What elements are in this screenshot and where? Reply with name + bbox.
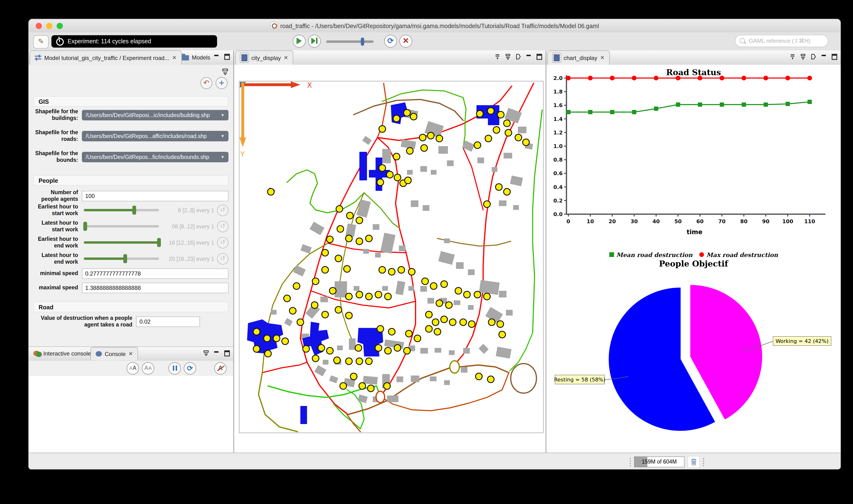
- chart-display-canvas[interactable]: Road Status 0.00.20.40.60.81.01.21.41.61…: [546, 65, 841, 453]
- view-menu-icon[interactable]: [800, 54, 806, 60]
- city-display-canvas[interactable]: XY: [234, 65, 545, 453]
- close-icon[interactable]: ✕: [128, 351, 133, 357]
- parameters-body: ↶ ＋ GIS Shapefile for the buildings: /Us…: [29, 65, 233, 453]
- decrease-font-button[interactable]: AA: [142, 362, 154, 375]
- close-icon[interactable]: ✕: [600, 55, 604, 61]
- svg-text:2.0: 2.0: [553, 75, 563, 81]
- roads-shapefile-dropdown[interactable]: /Users/ben/Dev/GitRepos...affic/includes…: [82, 131, 229, 141]
- svg-text:0.0: 0.0: [553, 211, 563, 217]
- refresh-icon: ⟳: [187, 364, 193, 372]
- pin-icon[interactable]: [515, 54, 522, 60]
- console-output[interactable]: [29, 376, 233, 453]
- chevron-down-icon: ▼: [220, 134, 225, 139]
- pin-icon[interactable]: [810, 54, 817, 60]
- display-icon: [552, 53, 561, 62]
- drag-handle[interactable]: [629, 457, 631, 467]
- pencil-icon: ✎: [38, 37, 44, 45]
- reset-icon[interactable]: ↺: [217, 221, 229, 232]
- earliest-end-slider[interactable]: [84, 241, 159, 244]
- overlay-icon[interactable]: [494, 54, 501, 60]
- param-shapefile-roads: Shapefile for the roads: /Users/ben/Dev/…: [33, 129, 229, 143]
- svg-text:100: 100: [782, 218, 793, 224]
- city-map[interactable]: XY: [239, 81, 544, 433]
- tab-chart-display[interactable]: chart_display✕: [547, 51, 610, 65]
- center-tabbar: city_display✕: [234, 51, 545, 65]
- close-icon[interactable]: ✕: [172, 55, 176, 61]
- app-window: road_traffic - /Users/ben/Dev/GitReposit…: [29, 19, 841, 469]
- view-menu-icon[interactable]: [203, 350, 210, 357]
- close-experiment-button[interactable]: ✕: [399, 35, 412, 48]
- clear-console-button[interactable]: A: [214, 362, 226, 375]
- increase-font-button[interactable]: AA: [127, 362, 139, 375]
- svg-text:70: 70: [718, 218, 726, 224]
- latest-end-slider[interactable]: [84, 258, 159, 260]
- search-placeholder: GAML reference (⇧⌘H): [749, 38, 811, 44]
- svg-text:Resting = 58 (58%): Resting = 58 (58%): [554, 377, 605, 383]
- minimize-icon[interactable]: [526, 54, 532, 60]
- earliest-start-slider[interactable]: [84, 209, 159, 212]
- people-count-input[interactable]: 100: [82, 191, 229, 201]
- svg-text:1.2: 1.2: [553, 130, 563, 136]
- close-icon[interactable]: ✕: [284, 55, 288, 61]
- people-objectif-pie-chart: Working = 42 (42%)Resting = 58 (58%): [546, 268, 840, 453]
- play-button[interactable]: [293, 35, 306, 48]
- minimize-icon[interactable]: [213, 350, 220, 357]
- param-shapefile-buildings: Shapefile for the buildings: /Users/ben/…: [33, 109, 229, 122]
- bounds-shapefile-dropdown[interactable]: /Users/ben/Dev/GitRepos...fic/includes/b…: [82, 152, 229, 162]
- destruction-value-input[interactable]: 0.02: [136, 317, 200, 327]
- stopwatch-icon: [56, 38, 64, 46]
- revert-parameters-button[interactable]: ↶: [200, 77, 212, 89]
- overlay-icon[interactable]: [789, 54, 796, 60]
- play-icon: [296, 38, 302, 44]
- svg-text:60: 60: [696, 218, 704, 224]
- parameters-panel: Model tutorial_gis_city_traffic / Experi…: [29, 51, 234, 453]
- slider-handle[interactable]: [361, 38, 364, 46]
- svg-text:90: 90: [762, 218, 769, 224]
- buildings-shapefile-dropdown[interactable]: /Users/ben/Dev/GitReposi...ic/includes/b…: [82, 110, 229, 121]
- minimize-icon[interactable]: [821, 54, 827, 60]
- refresh-console-button[interactable]: ⟳: [184, 362, 196, 375]
- reload-button[interactable]: ⟳: [384, 35, 397, 48]
- param-shapefile-bounds: Shapefile for the bounds: /Users/ben/Dev…: [33, 150, 229, 163]
- memory-gauge: 159M of 604M: [634, 456, 685, 467]
- svg-text:X: X: [307, 81, 312, 89]
- tab-models[interactable]: Models: [177, 51, 215, 65]
- reset-icon[interactable]: ↺: [217, 253, 229, 265]
- experiment-status: Experiment: 114 cycles elapsed: [51, 35, 217, 48]
- maximize-icon[interactable]: [536, 54, 543, 60]
- tab-console[interactable]: Console✕: [90, 347, 138, 360]
- view-menu-icon[interactable]: [505, 54, 511, 60]
- gaml-search-input[interactable]: GAML reference (⇧⌘H): [735, 35, 828, 47]
- reset-icon[interactable]: ↺: [217, 237, 229, 248]
- pause-console-button[interactable]: [168, 362, 181, 375]
- param-minimal-speed: minimal speed 0.2777777777777778: [33, 268, 229, 279]
- section-gis: GIS: [33, 96, 229, 107]
- edit-experiment-button[interactable]: ✎: [33, 35, 49, 49]
- trash-icon: [690, 458, 697, 465]
- maximize-icon[interactable]: [831, 54, 838, 60]
- step-button[interactable]: [308, 35, 321, 48]
- latest-start-slider[interactable]: [84, 226, 159, 228]
- minimize-icon[interactable]: [213, 54, 220, 60]
- section-road: Road: [33, 302, 229, 312]
- maximal-speed-input[interactable]: 1.3888888888888888: [82, 283, 229, 293]
- tab-interactive-console[interactable]: Interactive console: [29, 347, 96, 360]
- garbage-collect-button[interactable]: [687, 456, 700, 468]
- status-bar: 159M of 604M: [29, 453, 841, 469]
- svg-text:0.2: 0.2: [553, 198, 563, 204]
- reset-icon[interactable]: ↺: [217, 205, 229, 216]
- tab-city-display[interactable]: city_display✕: [235, 51, 293, 65]
- cycle-delay-slider[interactable]: [326, 40, 374, 43]
- svg-text:Working = 42 (42%): Working = 42 (42%): [776, 338, 829, 344]
- drag-handle[interactable]: [703, 457, 705, 467]
- road-status-line-chart: 0.00.20.40.60.81.01.21.41.61.82.00102030…: [550, 71, 836, 255]
- minimal-speed-input[interactable]: 0.2777777777777778: [82, 268, 229, 279]
- add-parameter-button[interactable]: ＋: [216, 77, 228, 89]
- view-menu-icon[interactable]: [222, 69, 229, 75]
- green-square-icon: [609, 252, 614, 257]
- clear-text-icon: A: [218, 363, 223, 374]
- maximize-icon[interactable]: [224, 350, 230, 357]
- pie-chart-title: People Objectif: [546, 259, 841, 268]
- maximize-icon[interactable]: [224, 54, 230, 60]
- tab-experiment-parameters[interactable]: Model tutorial_gis_city_traffic / Experi…: [30, 51, 182, 65]
